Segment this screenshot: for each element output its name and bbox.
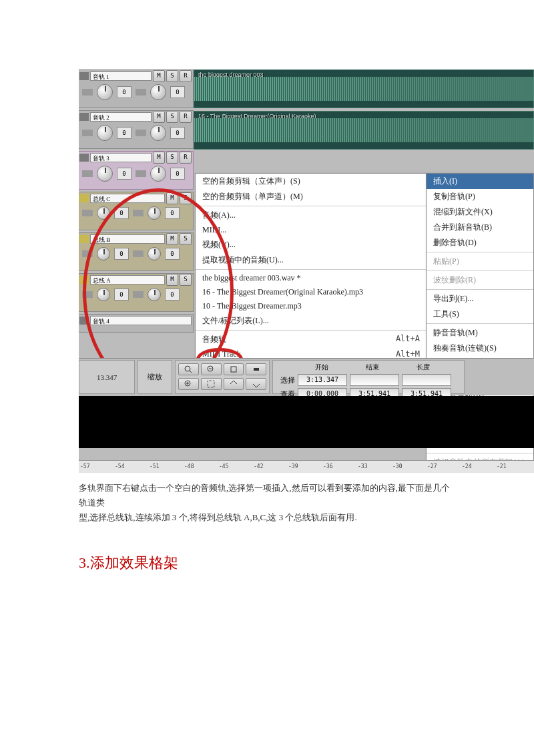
zoom-sel-icon[interactable] (246, 363, 266, 375)
pan-knob[interactable] (97, 125, 113, 141)
zoom-out-h-icon[interactable] (201, 363, 222, 375)
pan-icon (82, 89, 93, 96)
svg-line-1 (190, 371, 192, 373)
col-length: 长度 (399, 363, 447, 372)
track-1[interactable]: 音轨 1 M S R 0 0 (79, 69, 194, 108)
selection-view-panel: 开始 结束 长度 选择 3:13.347 查看 0:00.000 3:51.94… (272, 360, 465, 394)
lower-panel: 13.347 缩放 开始 结束 长度 选择 3:13.347 (79, 358, 534, 395)
pan-icon (82, 170, 93, 177)
zoom-toolbar (175, 360, 270, 394)
row-select: 选择 (275, 375, 295, 385)
track-name[interactable]: 音轨 2 (90, 112, 152, 122)
value-box[interactable]: 0 (117, 127, 131, 139)
vol-icon (136, 130, 146, 136)
track-3[interactable]: 音轨 3 M S R 0 0 (79, 151, 194, 190)
track-name[interactable]: 音轨 1 (90, 71, 152, 81)
menu-video[interactable]: 视频(V)... (196, 237, 427, 252)
vol-icon (136, 89, 146, 96)
pan-knob[interactable] (97, 84, 113, 100)
submenu-tools[interactable]: 工具(S) (427, 307, 533, 322)
mute-button[interactable]: M (153, 70, 165, 82)
track-icon (79, 113, 89, 121)
record-button[interactable]: R (180, 70, 192, 82)
vol-icon (136, 170, 146, 177)
menu-midi[interactable]: MIDI... (196, 223, 427, 237)
submenu-export[interactable]: 导出到(E)... (427, 291, 533, 307)
track-name[interactable]: 音轨 3 (90, 153, 152, 162)
value-box[interactable]: 0 (170, 168, 185, 180)
sel-length[interactable] (402, 374, 451, 386)
waveform-area: the biggest dreamer 003 16 - The Biggest… (194, 69, 534, 150)
zoom-out-v-icon[interactable] (201, 378, 222, 390)
sel-start[interactable]: 3:13.347 (298, 374, 347, 386)
vol-knob[interactable] (150, 84, 166, 100)
value-box[interactable]: 0 (117, 168, 131, 180)
time-display: 13.347 (79, 360, 135, 394)
submenu-insert[interactable]: 插入(I) (427, 174, 533, 189)
submenu-copy-track[interactable]: 复制音轨(P) (427, 189, 533, 204)
bus-icon (79, 235, 89, 243)
zoom-full-icon[interactable] (224, 363, 244, 375)
solo-button[interactable]: S (166, 111, 178, 123)
col-start: 开始 (298, 363, 346, 372)
vol-knob[interactable] (150, 125, 166, 141)
screenshot: the biggest dreamer 003 16 - The Biggest… (79, 69, 534, 473)
vol-knob[interactable] (150, 166, 166, 182)
pan-icon (82, 210, 93, 216)
value-box[interactable]: 0 (170, 127, 185, 139)
bus-icon (79, 194, 89, 202)
col-end: 结束 (348, 363, 396, 372)
menu-empty-mono[interactable]: 空的音频剪辑（单声道）(M) (196, 189, 427, 204)
submenu-solo-lock[interactable]: 独奏音轨(连锁)(S) (427, 341, 533, 356)
zoom-in-icon[interactable] (224, 378, 244, 390)
solo-button[interactable]: S (166, 152, 178, 164)
section-heading: 3.添加效果格架 (79, 553, 534, 573)
track-icon (79, 72, 89, 80)
zoom-out-icon[interactable] (246, 378, 266, 390)
waveform-track-1[interactable]: the biggest dreamer 003 (194, 69, 534, 108)
record-button[interactable]: R (180, 111, 192, 123)
submenu-ripple-delete: 波纹删除(R) (427, 272, 533, 288)
annotation-text: 多轨界面下右键点击一个空白的音频轨,选择第一项插入,然后可以看到要添加的内容,最… (79, 481, 455, 525)
menu-audio[interactable]: 音频(A)... (196, 208, 427, 223)
value-box[interactable]: 0 (117, 86, 131, 98)
menu-empty-stereo[interactable]: 空的音频剪辑（立体声）(S) (196, 174, 427, 189)
ruler: -57 -54 -51 -48 -45 -42 -39 -36 -33 -30 … (79, 460, 534, 473)
submenu-delete-track[interactable]: 删除音轨(D) (427, 235, 533, 250)
mute-button[interactable]: M (153, 111, 165, 123)
svg-rect-5 (254, 368, 259, 371)
menu-audio-track[interactable]: 音频轨Alt+A (196, 332, 427, 347)
track-icon (79, 154, 89, 162)
submenu-mix-new[interactable]: 混缩到新文件(X) (427, 204, 533, 220)
pan-icon (82, 130, 93, 136)
zoom-in-v-icon[interactable] (178, 378, 199, 390)
black-area (79, 396, 534, 448)
value-box[interactable]: 0 (170, 86, 185, 98)
zoom-in-h-icon[interactable] (178, 363, 199, 375)
submenu-paste: 粘贴(P) (427, 254, 533, 269)
waveform-track-2[interactable]: 16 - The Biggest Dreamer(Original Karaok… (194, 111, 534, 150)
svg-rect-4 (231, 367, 236, 372)
sel-end[interactable] (350, 374, 399, 386)
zoom-label: 缩放 (138, 360, 172, 394)
solo-button[interactable]: S (166, 70, 178, 82)
submenu-mute[interactable]: 静音音轨(M) (427, 325, 533, 341)
submenu-merge-new[interactable]: 合并到新音轨(B) (427, 220, 533, 235)
pan-knob[interactable] (97, 166, 113, 182)
mute-button[interactable]: M (153, 152, 165, 164)
record-button[interactable]: R (180, 152, 192, 164)
svg-point-0 (185, 366, 190, 371)
track-2[interactable]: 音轨 2 M S R 0 0 (79, 110, 194, 149)
svg-rect-9 (208, 381, 214, 387)
